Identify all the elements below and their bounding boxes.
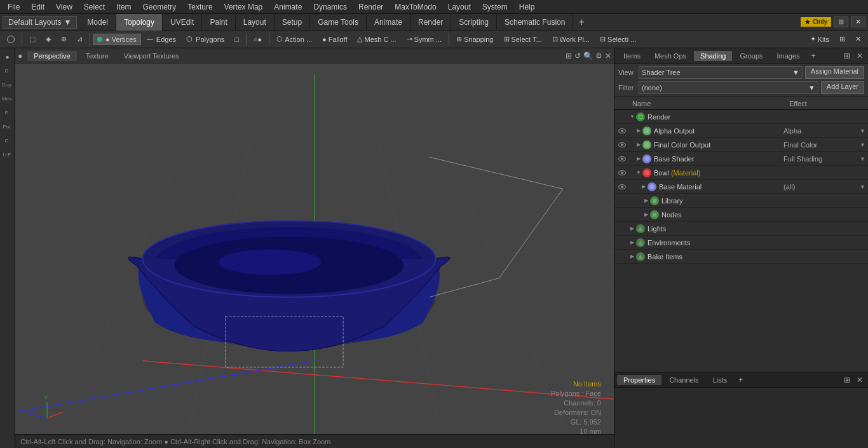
menu-help[interactable]: Help [514,1,540,13]
tool-vertices[interactable]: ● Vertices [93,34,141,45]
rb-tab-add[interactable]: + [735,374,747,386]
viewport-canvas[interactable]: Y Z No Items Polygons : Face Channels: 0… [15,64,614,448]
expand-arrow-nodes[interactable]: ▶ [642,211,650,219]
table-row-render[interactable]: ▼ Render [614,110,868,124]
expand-arrow-alpha[interactable]: ▶ [635,127,642,135]
expand-arrow-base-mat[interactable]: ▶ [640,183,648,191]
tab-schematic-fusion[interactable]: Schematic Fusion [497,14,573,31]
filter-dropdown[interactable]: (none) ▼ [639,81,818,94]
rb-tab-channels[interactable]: Channels [663,375,705,385]
effect-dropdown-alpha[interactable]: ▼ [860,128,865,134]
table-row-final-color[interactable]: ▶ Final Color Output Final Color ▼ [614,138,868,152]
tab-uvedit[interactable]: UVEdit [163,14,202,31]
menu-vertex-map[interactable]: Vertex Map [219,1,268,13]
menu-view[interactable]: View [51,1,78,13]
tool-config[interactable]: ✕ [851,33,865,45]
table-row-alpha[interactable]: ▶ Alpha Output Alpha ▼ [614,124,868,138]
effect-dropdown-shader[interactable]: ▼ [860,156,865,162]
rb-expand-icon[interactable]: ⊞ [841,374,853,386]
rt-expand-icon[interactable]: ⊞ [841,50,853,62]
tab-paint[interactable]: Paint [202,14,235,31]
assign-material-button[interactable]: Assign Material [805,66,864,79]
tab-model[interactable]: Model [79,14,116,31]
view-dropdown[interactable]: Shader Tree ▼ [639,66,803,79]
left-btn-e[interactable]: E. [1,106,14,119]
tool-mesh[interactable]: △ Mesh C ... [353,33,400,45]
menu-render[interactable]: Render [353,1,388,13]
left-btn-1[interactable]: ● [1,50,14,63]
expand-arrow-bowl[interactable]: ▼ [635,169,642,177]
menu-item[interactable]: Item [111,1,136,13]
rt-tab-items[interactable]: Items [617,51,647,61]
table-row-bake[interactable]: ▶ Bake Items [614,250,868,264]
star-only-button[interactable]: ★ Only [801,17,831,27]
tool-select-2[interactable]: ◈ [41,33,55,45]
menu-animate[interactable]: Animate [269,1,307,13]
eye-icon-bowl[interactable] [617,168,627,178]
expand-arrow-library[interactable]: ▶ [642,197,650,205]
left-btn-dup[interactable]: Dup. [1,78,14,91]
tool-falloff[interactable]: ● Falloff [318,34,351,45]
viewport-icon-1[interactable]: ⊞ [566,51,572,60]
rb-config-icon[interactable]: ✕ [854,374,865,386]
tab-topology[interactable]: Topology [116,14,163,31]
tool-fullscreen[interactable]: ⊞ [835,33,850,45]
effect-dropdown-final[interactable]: ▼ [860,142,865,148]
menu-dynamics[interactable]: Dynamics [308,1,352,13]
viewport-tab-texture[interactable]: Texture [79,51,115,61]
tool-mode-dots[interactable]: ○● [249,34,266,45]
expand-arrow-final[interactable]: ▶ [635,141,642,149]
tool-select-4[interactable]: ⊿ [72,33,87,45]
rb-tab-properties[interactable]: Properties [617,375,661,385]
left-btn-pol[interactable]: Pol. [1,120,14,133]
tool-polygons[interactable]: ⬡ Polygons [182,33,229,45]
menu-edit[interactable]: Edit [26,1,50,13]
expand-arrow-env[interactable]: ▶ [628,239,636,247]
table-row-lights[interactable]: ▶ Lights [614,222,868,236]
viewport-tab-textures[interactable]: Viewport Textures [118,51,186,61]
add-layer-button[interactable]: Add Layer [821,81,864,94]
rt-config-icon[interactable]: ✕ [854,50,865,62]
left-btn-2[interactable]: D. [1,64,14,77]
menu-layout[interactable]: Layout [443,1,476,13]
viewport-icon-2[interactable]: ↺ [574,51,581,60]
table-row-environments[interactable]: ▶ Environments [614,236,868,250]
rb-tab-lists[interactable]: Lists [707,375,734,385]
left-btn-c[interactable]: C. [1,134,14,147]
tab-render[interactable]: Render [410,14,451,31]
viewport-collapse-icon[interactable]: ● [18,51,22,60]
layout-add-button[interactable]: + [573,15,589,29]
table-row-bowl[interactable]: ▼ Bowl (Material) [614,166,868,180]
rt-tab-add[interactable]: + [808,50,820,62]
table-row-base-material[interactable]: ▶ Base Material (all) ▼ [614,180,868,194]
menu-system[interactable]: System [477,1,513,13]
tool-work-pl[interactable]: ⊡ Work Pl... [548,33,594,45]
expand-arrow[interactable]: ▼ [628,113,636,121]
tab-animate[interactable]: Animate [367,14,410,31]
tool-mode-circle[interactable] [3,34,19,45]
tab-game-tools[interactable]: Game Tools [310,14,367,31]
tab-setup[interactable]: Setup [275,14,310,31]
tool-kits[interactable]: ✦ Kits [806,33,834,45]
tool-select-t[interactable]: ⊞ Select T... [499,33,546,45]
tool-select-1[interactable]: ⬚ [25,33,40,45]
tab-scripting[interactable]: Scripting [451,14,497,31]
eye-icon-base-mat[interactable] [617,182,627,192]
menu-maxtomodo[interactable]: MaxToModo [390,1,441,13]
table-row-library[interactable]: ▶ Library [614,194,868,208]
tool-symm[interactable]: ⊸ Symm ... [402,33,446,45]
viewport-icon-4[interactable]: ⚙ [595,51,602,60]
rt-tab-images[interactable]: Images [771,51,806,61]
expand-arrow-lights[interactable]: ▶ [628,225,636,233]
menu-geometry[interactable]: Geometry [138,1,182,13]
expand-arrow-bake[interactable]: ▶ [628,253,636,261]
tab-layout[interactable]: Layout [236,14,275,31]
tool-select-box[interactable]: □ [230,34,243,45]
eye-icon-alpha[interactable] [617,126,627,136]
menu-texture[interactable]: Texture [182,1,217,13]
table-row-base-shader[interactable]: ▶ Base Shader Full Shading ▼ [614,152,868,166]
eye-icon-base-shader[interactable] [617,154,627,164]
rt-tab-mesh-ops[interactable]: Mesh Ops [648,51,693,61]
menu-file[interactable]: File [3,1,25,13]
table-row-nodes[interactable]: ▶ Nodes [614,208,868,222]
